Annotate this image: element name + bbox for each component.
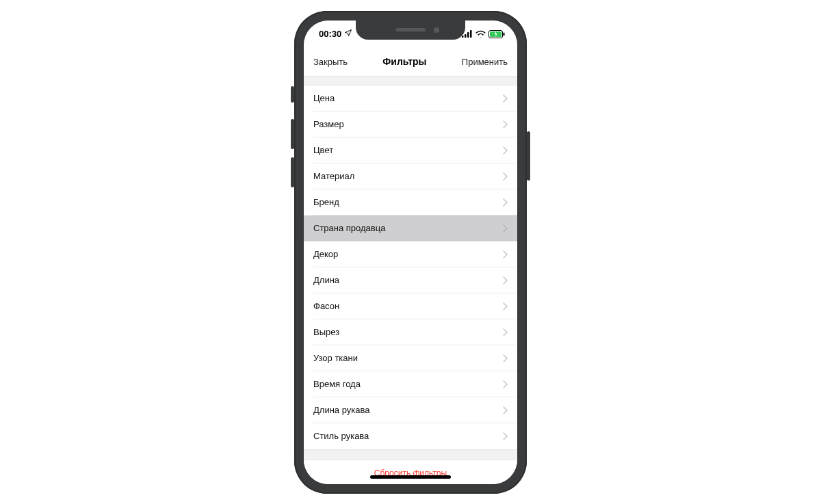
chevron-right-icon xyxy=(503,146,508,155)
filter-row[interactable]: Время года xyxy=(304,371,517,397)
filter-row-label: Страна продавца xyxy=(313,223,385,233)
chevron-right-icon xyxy=(503,406,508,414)
filter-row-label: Длина рукава xyxy=(313,405,369,415)
filter-row-label: Цвет xyxy=(313,145,333,155)
battery-charging-icon xyxy=(488,30,505,38)
filter-row[interactable]: Узор ткани xyxy=(304,345,517,371)
chevron-right-icon xyxy=(503,276,508,284)
filter-row-label: Стиль рукава xyxy=(313,431,369,441)
filter-row-label: Фасон xyxy=(313,301,339,311)
chevron-right-icon xyxy=(503,354,508,362)
location-arrow-icon xyxy=(344,29,352,39)
wifi-icon xyxy=(475,30,486,38)
svg-rect-0 xyxy=(462,36,464,38)
svg-rect-1 xyxy=(465,34,467,38)
filters-content: ЦенаРазмерЦветМатериалБрендСтрана продав… xyxy=(304,85,517,484)
filter-list: ЦенаРазмерЦветМатериалБрендСтрана продав… xyxy=(304,85,517,450)
chevron-right-icon xyxy=(503,328,508,336)
chevron-right-icon xyxy=(503,302,508,310)
chevron-right-icon xyxy=(503,94,508,103)
phone-screen: 00:30 xyxy=(304,21,517,484)
filter-row[interactable]: Декор xyxy=(304,241,517,267)
filter-row[interactable]: Цена xyxy=(304,85,517,111)
chevron-right-icon xyxy=(503,380,508,388)
filter-row[interactable]: Размер xyxy=(304,111,517,137)
filter-row-label: Вырез xyxy=(313,327,339,337)
filter-row-label: Бренд xyxy=(313,197,339,207)
filter-row[interactable]: Бренд xyxy=(304,189,517,215)
filter-row[interactable]: Страна продавца xyxy=(304,215,517,241)
filter-row-label: Цена xyxy=(313,93,335,103)
svg-rect-3 xyxy=(470,30,472,38)
nav-bar: Закрыть Фильтры Применить xyxy=(304,48,517,77)
filter-row-label: Размер xyxy=(313,119,344,129)
apply-button[interactable]: Применить xyxy=(462,57,508,67)
phone-speaker xyxy=(395,28,426,31)
filter-row[interactable]: Стиль рукава xyxy=(304,423,517,449)
chevron-right-icon xyxy=(503,224,508,233)
phone-frame: 00:30 xyxy=(294,11,527,494)
svg-rect-5 xyxy=(504,32,505,36)
chevron-right-icon xyxy=(503,172,508,181)
filter-row[interactable]: Материал xyxy=(304,163,517,189)
filter-row-label: Длина xyxy=(313,275,339,285)
reset-filters-button[interactable]: Сбросить фильтры xyxy=(304,460,517,484)
status-time: 00:30 xyxy=(319,29,341,39)
close-button[interactable]: Закрыть xyxy=(313,57,348,67)
status-left: 00:30 xyxy=(319,29,352,39)
chevron-right-icon xyxy=(503,198,508,207)
filter-row[interactable]: Фасон xyxy=(304,293,517,319)
status-right xyxy=(462,30,505,38)
svg-rect-2 xyxy=(467,32,469,38)
filter-row[interactable]: Длина рукава xyxy=(304,397,517,423)
filter-row[interactable]: Вырез xyxy=(304,319,517,345)
filter-row[interactable]: Цвет xyxy=(304,137,517,163)
phone-mockup: 00:30 xyxy=(294,11,527,494)
chevron-right-icon xyxy=(503,432,508,440)
filter-row[interactable]: Длина xyxy=(304,267,517,293)
filter-row-label: Декор xyxy=(313,249,338,259)
filter-row-label: Время года xyxy=(313,379,361,389)
filter-row-label: Узор ткани xyxy=(313,353,358,363)
filter-row-label: Материал xyxy=(313,171,354,181)
chevron-right-icon xyxy=(503,250,508,258)
phone-power-button xyxy=(527,131,530,181)
page-title: Фильтры xyxy=(382,56,426,67)
home-indicator xyxy=(370,475,451,479)
phone-notch xyxy=(356,21,465,40)
chevron-right-icon xyxy=(503,120,508,129)
phone-front-camera xyxy=(434,27,439,33)
